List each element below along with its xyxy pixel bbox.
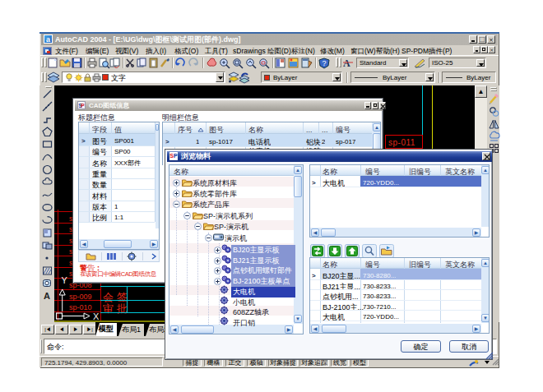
svg-text:A: A — [343, 58, 350, 69]
svg-text:A: A — [44, 291, 50, 301]
svg-text:?: ? — [323, 59, 327, 67]
svg-text:Y: Y — [62, 275, 68, 285]
